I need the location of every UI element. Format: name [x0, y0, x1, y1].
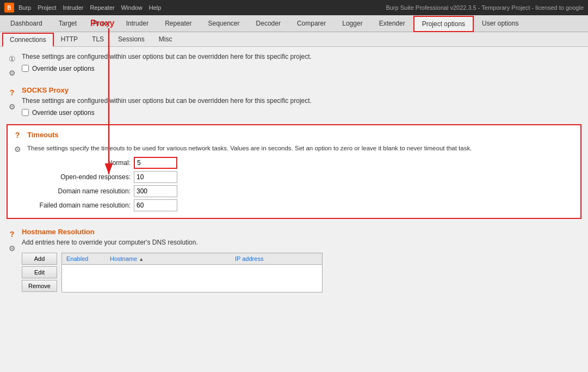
tab-user-options[interactable]: User options: [474, 16, 527, 32]
upstream-override-checkbox[interactable]: [22, 65, 29, 72]
menu-project[interactable]: Project: [38, 4, 56, 11]
timeout-dns-input[interactable]: [134, 185, 177, 197]
timeout-dns-row: Domain name resolution:: [27, 185, 576, 197]
menu-repeater[interactable]: Repeater: [90, 4, 114, 11]
tab-decoder[interactable]: Decoder: [248, 16, 289, 32]
tab-target[interactable]: Target: [51, 16, 85, 32]
logo-text: B: [7, 5, 11, 11]
upstream-description: These settings are configured within use…: [22, 52, 581, 62]
hostname-table-header: Enabled Hostname ▲ IP address: [62, 253, 322, 265]
hostname-table: Enabled Hostname ▲ IP address: [61, 253, 323, 292]
add-button[interactable]: Add: [22, 253, 57, 265]
col-enabled: Enabled: [62, 253, 106, 264]
sub-tab-tls[interactable]: TLS: [85, 33, 111, 47]
timeout-normal-label: Normal:: [27, 159, 131, 167]
upstream-override-label: Override user options: [32, 65, 95, 72]
tab-comparer[interactable]: Comparer: [289, 16, 334, 32]
content-area: ① ⚙ These settings are configured within…: [0, 47, 588, 370]
hostname-resolution-section: ? ⚙ Hostname Resolution Add entries here…: [0, 223, 588, 297]
menu-window[interactable]: Window: [121, 4, 143, 11]
upstream-question-icon: ①: [7, 53, 17, 64]
timeout-failed-dns-input[interactable]: [134, 199, 177, 211]
timeouts-gear-icon: ⚙: [12, 144, 23, 155]
tab-extender[interactable]: Extender: [371, 16, 413, 32]
col-hostname[interactable]: Hostname ▲: [106, 253, 231, 264]
timeout-normal-input[interactable]: [134, 157, 177, 169]
menu-intruder[interactable]: Intruder: [63, 4, 84, 11]
timeout-normal-row: Normal:: [27, 157, 576, 169]
hostname-table-area: Add Edit Remove Enabled Hostname ▲ IP ad…: [22, 251, 581, 292]
timeout-failed-dns-label: Failed domain name resolution:: [27, 202, 131, 209]
upstream-proxy-section: ① ⚙ These settings are configured within…: [0, 47, 588, 83]
tab-proxy[interactable]: Proxy: [85, 16, 118, 32]
hostname-gear-icon: ⚙: [7, 243, 17, 254]
socks-override-label: Override user options: [32, 109, 95, 117]
tab-project-options[interactable]: Project options: [413, 16, 474, 32]
tab-repeater[interactable]: Repeater: [157, 16, 200, 32]
socks-gear-icon: ⚙: [7, 101, 17, 112]
timeout-open-ended-input[interactable]: [134, 171, 177, 183]
col-ip: IP address: [231, 253, 322, 264]
menu-burp[interactable]: Burp: [18, 4, 31, 11]
sub-tab-http[interactable]: HTTP: [54, 33, 85, 47]
title-bar: B Burp Project Intruder Repeater Window …: [0, 0, 588, 15]
timeouts-question-icon: ?: [12, 130, 23, 141]
hostname-description: Add entries here to override your comput…: [22, 238, 581, 247]
timeouts-header: ? Timeouts: [12, 130, 576, 141]
page-wrapper: B Burp Project Intruder Repeater Window …: [0, 0, 588, 372]
menu-help[interactable]: Help: [149, 4, 162, 11]
socks-proxy-section: ? ⚙ SOCKS Proxy These settings are confi…: [0, 83, 588, 120]
socks-description: These settings are configured within use…: [22, 96, 581, 106]
upstream-gear-icon: ⚙: [7, 68, 17, 78]
upstream-override-row: Override user options: [22, 65, 581, 72]
socks-override-checkbox[interactable]: [22, 109, 29, 116]
timeout-open-ended-label: Open-ended responses:: [27, 173, 131, 181]
socks-override-row: Override user options: [22, 109, 581, 117]
socks-title: SOCKS Proxy: [22, 86, 581, 94]
main-tab-bar: Dashboard Target Proxy Intruder Repeater…: [0, 15, 588, 32]
hostname-table-body: [62, 265, 322, 292]
sub-tab-sessions[interactable]: Sessions: [111, 33, 152, 47]
socks-question-icon: ?: [7, 87, 17, 98]
tab-sequencer[interactable]: Sequencer: [200, 16, 248, 32]
burp-logo: B: [4, 3, 14, 13]
edit-button[interactable]: Edit: [22, 266, 57, 278]
tab-logger[interactable]: Logger: [334, 16, 370, 32]
timeout-dns-label: Domain name resolution:: [27, 187, 131, 195]
timeouts-description: These settings specify the timeouts to b…: [27, 144, 576, 153]
timeout-failed-dns-row: Failed domain name resolution:: [27, 199, 576, 211]
menu-bar: Burp Project Intruder Repeater Window He…: [18, 4, 161, 11]
timeouts-section: ? Timeouts ⚙ These settings specify the …: [7, 124, 581, 219]
timeout-open-ended-row: Open-ended responses:: [27, 171, 576, 183]
hostname-title: Hostname Resolution: [22, 228, 581, 236]
tab-dashboard[interactable]: Dashboard: [2, 16, 51, 32]
sub-tab-misc[interactable]: Misc: [152, 33, 180, 47]
app-title: Burp Suite Professional v2022.3.5 - Temp…: [386, 4, 584, 11]
sort-arrow: ▲: [139, 257, 144, 262]
sub-tab-connections[interactable]: Connections: [2, 33, 54, 47]
hostname-question-icon: ?: [7, 229, 17, 240]
hostname-buttons: Add Edit Remove: [22, 253, 57, 292]
sub-tab-bar: Connections HTTP TLS Sessions Misc: [0, 32, 588, 47]
remove-button[interactable]: Remove: [22, 280, 57, 292]
tab-intruder[interactable]: Intruder: [118, 16, 157, 32]
timeouts-title: Timeouts: [27, 131, 59, 139]
